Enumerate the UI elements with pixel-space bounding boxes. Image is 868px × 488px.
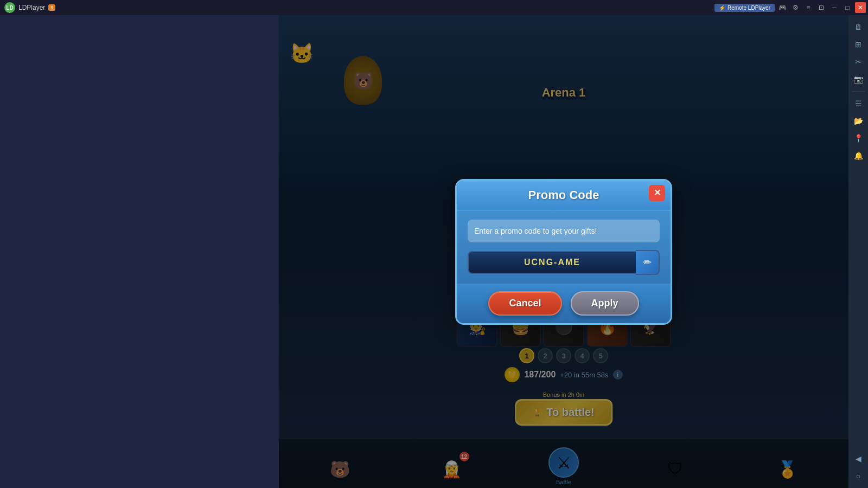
- paste-button[interactable]: ✏: [636, 250, 660, 275]
- sidebar-divider-1: [852, 91, 865, 92]
- title-bar-right: ⚡ Remote LDPlayer 🎮 ⚙ ≡ ⊡ ─ □ ✕: [714, 2, 868, 13]
- remote-button[interactable]: ⚡ Remote LDPlayer: [714, 4, 775, 12]
- sidebar-icon-8[interactable]: 🔔: [851, 148, 866, 163]
- dialog-close-button[interactable]: ✕: [649, 185, 665, 201]
- sidebar-icon-6[interactable]: 📂: [851, 113, 866, 129]
- promo-instruction-box: Enter a promo code to get your gifts!: [468, 220, 660, 242]
- title-bar-left: LD LDPlayer 9: [0, 2, 55, 13]
- sidebar-arrow-left[interactable]: ◀: [851, 451, 866, 466]
- modal-overlay: Promo Code ✕ Enter a promo code to get y…: [279, 15, 848, 488]
- settings-icon[interactable]: ⚙: [790, 2, 801, 13]
- layout-icon[interactable]: ⊡: [816, 2, 827, 13]
- dialog-header: Promo Code ✕: [457, 181, 671, 211]
- app-name: LDPlayer: [18, 4, 45, 11]
- version-badge: 9: [48, 4, 55, 11]
- paste-icon: ✏: [643, 256, 652, 268]
- controller-icon[interactable]: 🎮: [777, 2, 788, 13]
- sidebar-icon-4[interactable]: 📷: [851, 72, 866, 87]
- promo-code-input[interactable]: [468, 251, 636, 274]
- left-panel: [0, 15, 279, 488]
- ld-logo: LD: [4, 2, 15, 13]
- sidebar-icon-3[interactable]: ✂: [851, 54, 866, 69]
- right-sidebar: 🖥 ⊞ ✂ 📷 ☰ 📂 📍 🔔 ◀ ○: [848, 15, 868, 488]
- close-button[interactable]: ✕: [855, 2, 866, 13]
- sidebar-icon-5[interactable]: ☰: [851, 96, 866, 111]
- menu-icon[interactable]: ≡: [803, 2, 814, 13]
- dialog-title: Promo Code: [528, 188, 599, 202]
- title-bar: LD LDPlayer 9 ⚡ Remote LDPlayer 🎮 ⚙ ≡ ⊡ …: [0, 0, 868, 15]
- sidebar-icon-2[interactable]: ⊞: [851, 37, 866, 52]
- promo-dialog: Promo Code ✕ Enter a promo code to get y…: [455, 179, 672, 325]
- promo-instruction-text: Enter a promo code to get your gifts!: [474, 227, 597, 235]
- dialog-footer: Cancel Apply: [457, 284, 671, 323]
- dialog-body: Enter a promo code to get your gifts! ✏: [457, 211, 671, 284]
- remote-icon: ⚡: [719, 5, 725, 11]
- maximize-button[interactable]: □: [842, 2, 853, 13]
- sidebar-icon-1[interactable]: 🖥: [851, 20, 866, 35]
- apply-button[interactable]: Apply: [571, 291, 639, 316]
- cancel-button[interactable]: Cancel: [488, 291, 561, 316]
- minimize-button[interactable]: ─: [829, 2, 840, 13]
- sidebar-circle[interactable]: ○: [851, 468, 866, 484]
- sidebar-icon-7[interactable]: 📍: [851, 131, 866, 146]
- input-row: ✏: [468, 250, 660, 275]
